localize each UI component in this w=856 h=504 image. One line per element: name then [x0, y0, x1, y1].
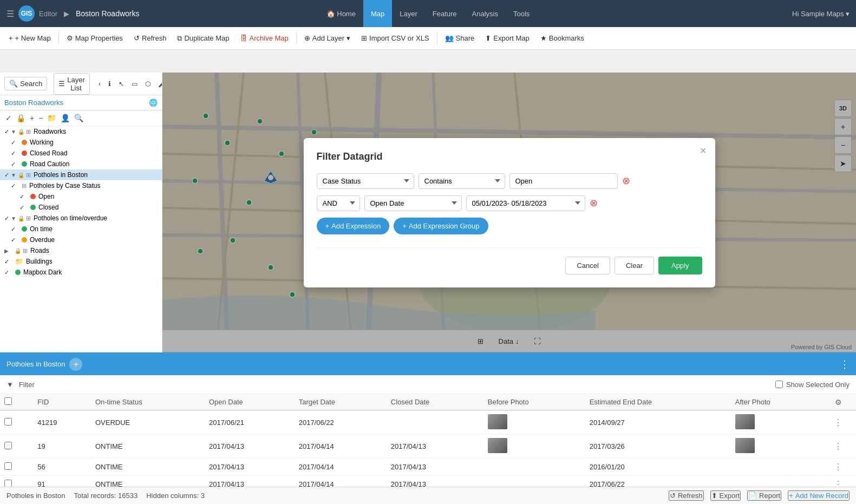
apply-button[interactable]: Apply	[658, 257, 702, 274]
layer-sidebar: 🔍 Search ☰ Layer List ‹ ℹ ↖ ▭ ⬡ 🎤 🔍+ 🌐 🖨	[0, 73, 162, 352]
nav-home[interactable]: 🏠 Home	[319, 0, 363, 27]
row-menu-button[interactable]: ⋮	[834, 442, 842, 451]
col-fid[interactable]: FID	[33, 394, 91, 410]
export-small-icon: ⬆	[711, 492, 717, 500]
duplicate-map-button[interactable]: ⧉ Duplicate Map	[173, 32, 233, 45]
col-open-date[interactable]: Open Date	[205, 394, 295, 410]
nav-layer[interactable]: Layer	[392, 0, 425, 27]
row-checkbox[interactable]	[4, 480, 12, 487]
add-new-record-button[interactable]: + Add New Record	[788, 490, 850, 501]
add-layer-small-button[interactable]: +	[29, 113, 35, 123]
layer-closed[interactable]: ✓ Closed	[0, 202, 162, 213]
cell-target-date: 2017/04/14	[295, 476, 387, 487]
data-table: FID On-time Status Open Date Target Date…	[0, 394, 856, 487]
add-expression-button[interactable]: + Add Expression	[317, 218, 390, 234]
layer-closed-road[interactable]: ✓ Closed Road	[0, 148, 162, 159]
dialog-footer: Cancel Clear Apply	[317, 247, 702, 274]
remove-layer-button[interactable]: −	[37, 113, 44, 123]
new-map-button[interactable]: + + New Map	[4, 32, 55, 44]
show-selected-control: Show Selected Only	[775, 381, 850, 389]
row-checkbox[interactable]	[4, 462, 12, 470]
table-icon: ⊞	[361, 34, 367, 42]
nav-map[interactable]: Map	[363, 0, 392, 27]
status-export-button[interactable]: ⬆ Export	[710, 490, 741, 501]
field-select-2[interactable]: Open Date Case Status FID	[364, 195, 462, 211]
cell-est-end: 2016/01/20	[585, 459, 731, 476]
cancel-button[interactable]: Cancel	[565, 257, 610, 274]
col-after-photo[interactable]: After Photo	[731, 394, 821, 410]
layer-overdue[interactable]: ✓ Overdue	[0, 234, 162, 245]
col-settings[interactable]: ⚙	[820, 394, 856, 410]
layer-potholes-boston[interactable]: ✓▼🔒⊞ Potholes in Boston	[0, 169, 162, 180]
row-menu-button[interactable]: ⋮	[834, 480, 842, 487]
col-closed-date[interactable]: Closed Date	[387, 394, 483, 410]
layer-potholes-case-status[interactable]: ✓⊞ Potholes by Case Status	[0, 180, 162, 191]
layer-open[interactable]: ✓ Open	[0, 191, 162, 202]
col-target-date[interactable]: Target Date	[295, 394, 387, 410]
hamburger-menu-icon[interactable]: ☰	[6, 9, 14, 19]
field-select-1[interactable]: Case Status Open Date FID	[317, 173, 414, 189]
row-checkbox[interactable]	[4, 418, 12, 426]
col-ontime[interactable]: On-time Status	[91, 394, 205, 410]
info-button[interactable]: ℹ	[106, 78, 113, 90]
panel-menu-button[interactable]: ⋮	[840, 358, 850, 370]
nav-analysis[interactable]: Analysis	[465, 0, 506, 27]
layer-roadworks[interactable]: ✓▼🔒⊞ Roadworks	[0, 126, 162, 137]
layer-ontime[interactable]: ✓ On time	[0, 224, 162, 234]
status-refresh-button[interactable]: ↺ Refresh	[669, 490, 704, 501]
select-all-checkbox[interactable]	[4, 397, 12, 405]
remove-filter-2-button[interactable]: ⊗	[590, 197, 598, 209]
row-menu-button[interactable]: ⋮	[834, 462, 842, 472]
dialog-close-button[interactable]: ×	[700, 145, 707, 157]
archive-map-button[interactable]: 🗄 Archive Map	[236, 32, 293, 44]
layer-list-button[interactable]: ☰ Layer List	[54, 73, 90, 95]
connector-select[interactable]: AND OR	[317, 195, 360, 211]
collapse-sidebar-button[interactable]: ‹	[96, 78, 103, 90]
column-settings-icon[interactable]: ⚙	[835, 398, 842, 407]
check-all-button[interactable]: ✓	[4, 113, 13, 123]
rectangle-select-tool[interactable]: ▭	[129, 78, 140, 90]
polygon-select-tool[interactable]: ⬡	[143, 78, 153, 90]
refresh-button[interactable]: ↺ Refresh	[129, 32, 171, 44]
show-selected-checkbox[interactable]	[775, 381, 783, 388]
lock-button[interactable]: 🔒	[15, 113, 27, 123]
row-checkbox[interactable]	[4, 442, 12, 449]
user-menu[interactable]: Hi Sample Maps ▾	[792, 10, 850, 18]
layer-working[interactable]: ✓ Working	[0, 137, 162, 148]
layer-road-caution[interactable]: ✓ Road Caution	[0, 159, 162, 169]
search-button[interactable]: 🔍 Search	[4, 77, 47, 90]
add-expression-group-button[interactable]: + Add Expression Group	[394, 218, 488, 234]
layer-mapbox-dark[interactable]: ✓ Mapbox Dark	[0, 267, 162, 278]
refresh-icon: ↺	[134, 34, 140, 42]
list-icon: ☰	[58, 80, 65, 88]
search-layer-button[interactable]: 🔍	[73, 113, 84, 123]
map-properties-button[interactable]: ⚙ Map Properties	[62, 32, 127, 44]
nav-feature[interactable]: Feature	[425, 0, 465, 27]
user-button[interactable]: 👤	[60, 113, 71, 123]
nav-tools[interactable]: Tools	[506, 0, 537, 27]
col-before-photo[interactable]: Before Photo	[483, 394, 585, 410]
share-button[interactable]: 👥 Share	[441, 32, 479, 44]
row-menu-button[interactable]: ⋮	[834, 418, 842, 427]
cell-closed-date: 2017/04/13	[387, 476, 483, 487]
bookmarks-button[interactable]: ★ Bookmarks	[536, 32, 589, 44]
export-map-button[interactable]: ⬆ Export Map	[481, 32, 533, 44]
microphone-tool[interactable]: 🎤	[156, 78, 162, 90]
import-csv-button[interactable]: ⊞ Import CSV or XLS	[357, 32, 434, 44]
layer-potholes-time[interactable]: ✓▼🔒⊞ Potholes on time/overdue	[0, 213, 162, 224]
cursor-tool[interactable]: ↖	[116, 78, 126, 90]
star-icon: ★	[540, 34, 547, 42]
add-layer-button[interactable]: ⊕ Add Layer ▾	[300, 32, 355, 44]
clear-button[interactable]: Clear	[615, 257, 654, 274]
layer-roads[interactable]: ▶🔒⊞ Roads	[0, 245, 162, 256]
map-area[interactable]: P 3D + − ➤ ⊞ Data ↓ ⛶ Powered	[162, 73, 856, 352]
add-tab-button[interactable]: +	[69, 358, 82, 371]
operator-select-1[interactable]: Contains Equals Not Contains	[419, 173, 505, 189]
col-est-end-date[interactable]: Estimated End Date	[585, 394, 731, 410]
date-range-select[interactable]: 05/01/2023- 05/18/2023	[466, 195, 585, 211]
remove-filter-1-button[interactable]: ⊗	[622, 175, 630, 187]
status-report-button[interactable]: 📄 Report	[747, 490, 781, 501]
value-input-1[interactable]	[509, 173, 618, 189]
folder-button[interactable]: 📁	[46, 113, 57, 123]
layer-buildings[interactable]: ✓📁 Buildings	[0, 256, 162, 267]
